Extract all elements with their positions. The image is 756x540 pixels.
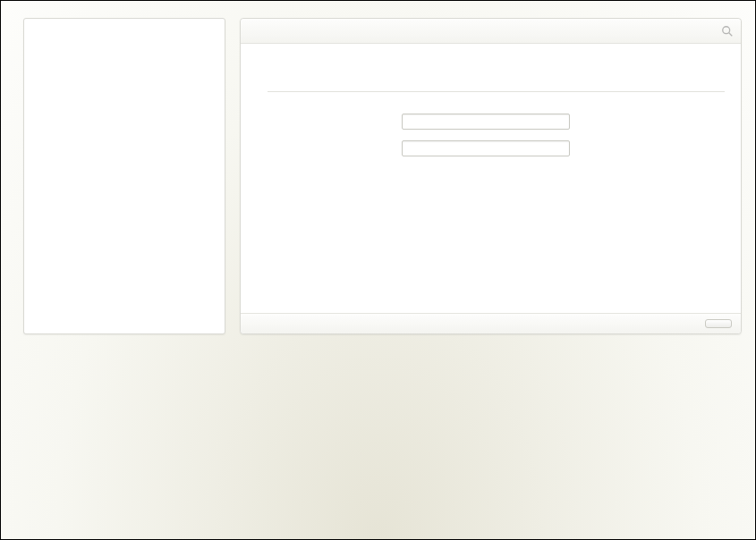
main-panel bbox=[240, 18, 742, 334]
row-confirm bbox=[268, 140, 725, 156]
svg-line-1 bbox=[729, 32, 733, 36]
row-newpass bbox=[268, 114, 725, 130]
svg-point-0 bbox=[723, 26, 730, 33]
breadcrumb bbox=[257, 58, 725, 72]
newpass-input[interactable] bbox=[402, 114, 570, 130]
section-title bbox=[268, 89, 725, 92]
search-bar bbox=[241, 19, 741, 44]
search-input[interactable] bbox=[248, 26, 721, 37]
apply-button[interactable] bbox=[705, 319, 732, 328]
confirm-input[interactable] bbox=[402, 140, 570, 156]
search-icon bbox=[721, 25, 734, 38]
sidebar bbox=[23, 18, 225, 334]
panel-footer bbox=[241, 313, 741, 333]
